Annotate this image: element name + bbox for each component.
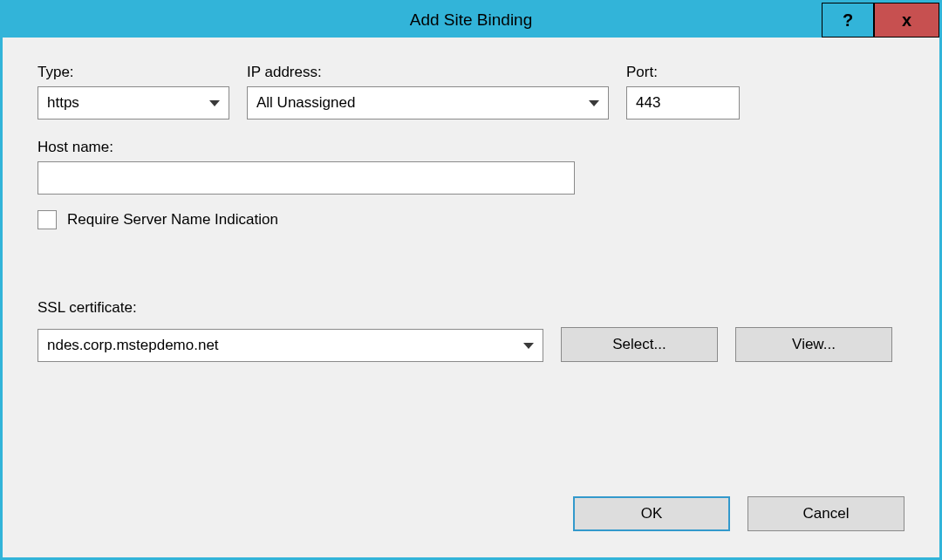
chevron-down-icon <box>209 100 220 106</box>
type-label: Type: <box>38 64 229 81</box>
ip-label: IP address: <box>247 64 609 81</box>
sni-label: Require Server Name Indication <box>67 211 278 229</box>
type-combo[interactable]: https <box>38 86 229 120</box>
help-icon: ? <box>843 10 853 31</box>
titlebar: Add Site Binding ? x <box>3 3 939 38</box>
close-icon: x <box>902 10 911 31</box>
host-input-wrapper <box>38 161 575 195</box>
port-input-wrapper <box>626 86 740 120</box>
ssl-label: SSL certificate: <box>38 299 904 317</box>
ssl-combo[interactable]: ndes.corp.mstepdemo.net <box>38 329 543 362</box>
port-label: Port: <box>626 64 740 81</box>
ip-value: All Unassigned <box>256 94 355 112</box>
host-label: Host name: <box>38 139 904 156</box>
select-button[interactable]: Select... <box>561 327 718 362</box>
dialog-title: Add Site Binding <box>410 10 533 30</box>
chevron-down-icon <box>589 100 599 106</box>
help-button[interactable]: ? <box>822 3 874 38</box>
sni-checkbox[interactable] <box>38 210 57 229</box>
host-input[interactable] <box>47 169 565 187</box>
view-button[interactable]: View... <box>735 327 892 362</box>
ip-combo[interactable]: All Unassigned <box>247 86 609 120</box>
chevron-down-icon <box>523 343 534 349</box>
add-site-binding-dialog: Add Site Binding ? x Type: https IP addr… <box>0 0 942 560</box>
close-button[interactable]: x <box>874 3 939 38</box>
ok-button[interactable]: OK <box>573 496 730 531</box>
port-input[interactable] <box>636 94 730 112</box>
cancel-button[interactable]: Cancel <box>747 496 904 531</box>
ssl-value: ndes.corp.mstepdemo.net <box>47 337 219 354</box>
type-value: https <box>47 94 79 112</box>
